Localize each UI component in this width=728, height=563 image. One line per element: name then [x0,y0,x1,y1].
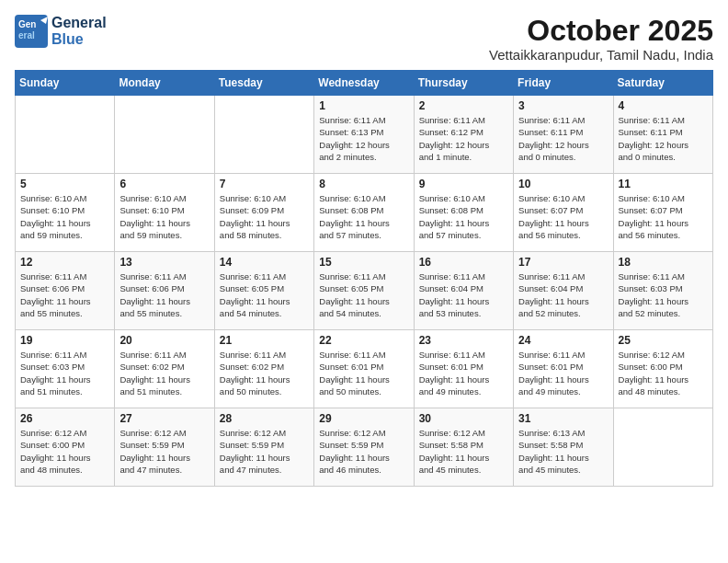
day-number: 26 [20,412,109,425]
cell-info: Sunrise: 6:11 AM Sunset: 6:04 PM Dayligh… [419,270,508,319]
cell-info: Sunrise: 6:11 AM Sunset: 6:04 PM Dayligh… [518,270,608,319]
logo-icon: Gen eral [15,15,48,48]
calendar-table: SundayMondayTuesdayWednesdayThursdayFrid… [15,70,713,487]
week-row-5: 26Sunrise: 6:12 AM Sunset: 6:00 PM Dayli… [16,408,713,487]
calendar-cell: 21Sunrise: 6:11 AM Sunset: 6:02 PM Dayli… [214,330,313,408]
calendar-cell: 29Sunrise: 6:12 AM Sunset: 5:59 PM Dayli… [314,408,414,487]
day-number: 3 [518,99,608,112]
calendar-cell: 18Sunrise: 6:11 AM Sunset: 6:03 PM Dayli… [613,252,712,330]
day-number: 10 [518,178,608,190]
day-number: 15 [319,256,408,269]
calendar-cell: 7Sunrise: 6:10 AM Sunset: 6:09 PM Daylig… [214,174,313,252]
column-header-saturday: Saturday [613,71,712,96]
column-header-friday: Friday [514,71,613,96]
day-number: 11 [619,178,708,190]
calendar-cell: 31Sunrise: 6:13 AM Sunset: 5:58 PM Dayli… [514,408,613,487]
cell-info: Sunrise: 6:11 AM Sunset: 6:03 PM Dayligh… [619,270,708,319]
week-row-3: 12Sunrise: 6:11 AM Sunset: 6:06 PM Dayli… [16,252,713,330]
cell-info: Sunrise: 6:13 AM Sunset: 5:58 PM Dayligh… [518,427,608,476]
cell-info: Sunrise: 6:11 AM Sunset: 6:03 PM Dayligh… [20,349,109,397]
cell-info: Sunrise: 6:10 AM Sunset: 6:10 PM Dayligh… [20,192,109,241]
calendar-cell [16,96,115,174]
cell-info: Sunrise: 6:11 AM Sunset: 6:01 PM Dayligh… [518,349,608,397]
svg-text:eral: eral [18,30,35,40]
cell-info: Sunrise: 6:11 AM Sunset: 6:11 PM Dayligh… [619,114,708,163]
page-header: Gen eral General Blue October 2025 Vetta… [15,15,713,63]
logo: Gen eral General Blue [15,15,107,48]
day-number: 22 [319,334,408,347]
calendar-header: SundayMondayTuesdayWednesdayThursdayFrid… [16,71,713,96]
calendar-cell [115,96,214,174]
cell-info: Sunrise: 6:10 AM Sunset: 6:10 PM Dayligh… [119,192,209,241]
cell-info: Sunrise: 6:12 AM Sunset: 5:59 PM Dayligh… [319,427,408,476]
header-row: SundayMondayTuesdayWednesdayThursdayFrid… [16,71,713,96]
cell-info: Sunrise: 6:10 AM Sunset: 6:08 PM Dayligh… [419,192,508,241]
calendar-cell: 6Sunrise: 6:10 AM Sunset: 6:10 PM Daylig… [115,174,214,252]
calendar-cell: 11Sunrise: 6:10 AM Sunset: 6:07 PM Dayli… [613,174,712,252]
calendar-cell: 15Sunrise: 6:11 AM Sunset: 6:05 PM Dayli… [314,252,414,330]
cell-info: Sunrise: 6:11 AM Sunset: 6:06 PM Dayligh… [20,270,109,319]
calendar-cell: 28Sunrise: 6:12 AM Sunset: 5:59 PM Dayli… [214,408,313,487]
calendar-cell: 12Sunrise: 6:11 AM Sunset: 6:06 PM Dayli… [16,252,115,330]
calendar-cell: 1Sunrise: 6:11 AM Sunset: 6:13 PM Daylig… [314,96,414,174]
day-number: 30 [419,412,508,425]
calendar-cell: 23Sunrise: 6:11 AM Sunset: 6:01 PM Dayli… [414,330,513,408]
cell-info: Sunrise: 6:11 AM Sunset: 6:01 PM Dayligh… [419,349,508,397]
cell-info: Sunrise: 6:10 AM Sunset: 6:08 PM Dayligh… [319,192,408,241]
calendar-cell: 26Sunrise: 6:12 AM Sunset: 6:00 PM Dayli… [16,408,115,487]
title-block: October 2025 Vettaikkaranpudur, Tamil Na… [489,15,713,63]
cell-info: Sunrise: 6:12 AM Sunset: 6:00 PM Dayligh… [619,349,708,397]
calendar-cell: 25Sunrise: 6:12 AM Sunset: 6:00 PM Dayli… [613,330,712,408]
week-row-2: 5Sunrise: 6:10 AM Sunset: 6:10 PM Daylig… [16,174,713,252]
calendar-cell: 5Sunrise: 6:10 AM Sunset: 6:10 PM Daylig… [16,174,115,252]
logo-text-block: General Blue [51,15,107,47]
column-header-tuesday: Tuesday [214,71,313,96]
day-number: 17 [518,256,608,269]
calendar-cell: 8Sunrise: 6:10 AM Sunset: 6:08 PM Daylig… [314,174,414,252]
month-title: October 2025 [489,15,713,47]
calendar-body: 1Sunrise: 6:11 AM Sunset: 6:13 PM Daylig… [16,96,713,487]
day-number: 12 [20,256,109,269]
cell-info: Sunrise: 6:11 AM Sunset: 6:01 PM Dayligh… [319,349,408,397]
day-number: 9 [419,178,508,190]
cell-info: Sunrise: 6:10 AM Sunset: 6:07 PM Dayligh… [619,192,708,241]
logo-general: General [51,15,107,31]
calendar-cell: 9Sunrise: 6:10 AM Sunset: 6:08 PM Daylig… [414,174,513,252]
calendar-cell: 4Sunrise: 6:11 AM Sunset: 6:11 PM Daylig… [613,96,712,174]
week-row-1: 1Sunrise: 6:11 AM Sunset: 6:13 PM Daylig… [16,96,713,174]
cell-info: Sunrise: 6:11 AM Sunset: 6:06 PM Dayligh… [119,270,209,319]
calendar-cell: 16Sunrise: 6:11 AM Sunset: 6:04 PM Dayli… [414,252,513,330]
day-number: 5 [20,178,109,190]
calendar-cell: 17Sunrise: 6:11 AM Sunset: 6:04 PM Dayli… [514,252,613,330]
cell-info: Sunrise: 6:12 AM Sunset: 6:00 PM Dayligh… [20,427,109,476]
day-number: 2 [419,99,508,112]
day-number: 7 [220,178,309,190]
day-number: 18 [619,256,708,269]
cell-info: Sunrise: 6:11 AM Sunset: 6:11 PM Dayligh… [518,114,608,163]
cell-info: Sunrise: 6:10 AM Sunset: 6:07 PM Dayligh… [518,192,608,241]
day-number: 29 [319,412,408,425]
column-header-wednesday: Wednesday [314,71,414,96]
cell-info: Sunrise: 6:10 AM Sunset: 6:09 PM Dayligh… [220,192,309,241]
calendar-cell: 3Sunrise: 6:11 AM Sunset: 6:11 PM Daylig… [514,96,613,174]
column-header-sunday: Sunday [16,71,115,96]
calendar-cell: 22Sunrise: 6:11 AM Sunset: 6:01 PM Dayli… [314,330,414,408]
svg-text:Gen: Gen [18,19,36,29]
cell-info: Sunrise: 6:11 AM Sunset: 6:02 PM Dayligh… [220,349,309,397]
calendar-cell: 10Sunrise: 6:10 AM Sunset: 6:07 PM Dayli… [514,174,613,252]
day-number: 1 [319,99,408,112]
day-number: 21 [220,334,309,347]
day-number: 25 [619,334,708,347]
calendar-cell: 14Sunrise: 6:11 AM Sunset: 6:05 PM Dayli… [214,252,313,330]
day-number: 4 [619,99,708,112]
day-number: 16 [419,256,508,269]
week-row-4: 19Sunrise: 6:11 AM Sunset: 6:03 PM Dayli… [16,330,713,408]
cell-info: Sunrise: 6:11 AM Sunset: 6:02 PM Dayligh… [119,349,209,397]
calendar-cell: 20Sunrise: 6:11 AM Sunset: 6:02 PM Dayli… [115,330,214,408]
column-header-thursday: Thursday [414,71,513,96]
logo-blue: Blue [51,31,84,48]
day-number: 13 [119,256,209,269]
day-number: 6 [119,178,209,190]
calendar-cell: 30Sunrise: 6:12 AM Sunset: 5:58 PM Dayli… [414,408,513,487]
calendar-cell [214,96,313,174]
